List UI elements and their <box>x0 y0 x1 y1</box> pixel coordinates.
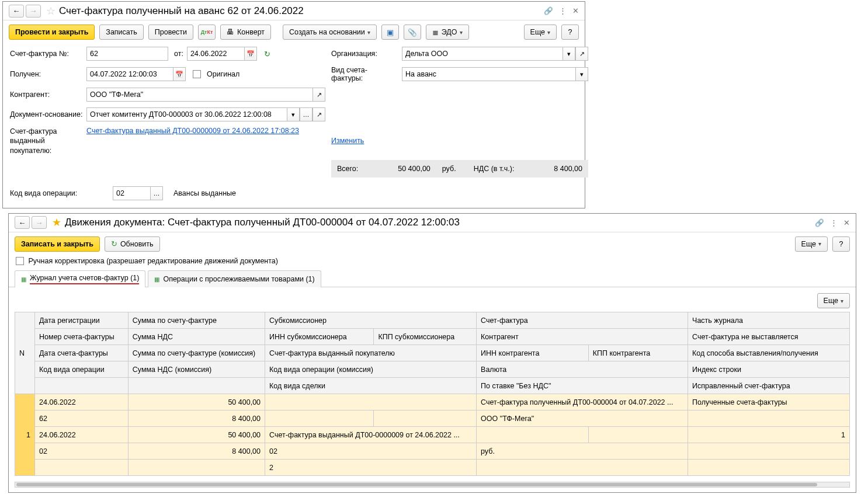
label-vat: НДС (в т.ч.): <box>474 165 515 173</box>
org-input[interactable]: Дельта ООО <box>402 47 563 61</box>
label-total: Всего: <box>337 165 358 173</box>
cell-deal-code[interactable]: 2 <box>265 460 477 476</box>
col-reg-date: Дата регистрации <box>35 312 129 329</box>
cell-sum-comm[interactable]: 50 400,00 <box>128 427 265 443</box>
col-op-code-comm: Код вида операции (комиссия) <box>265 361 477 378</box>
doc-basis-open-icon[interactable]: ↗ <box>313 107 325 121</box>
cell-op-code-comm[interactable]: 02 <box>265 443 477 460</box>
nav-back-button-2[interactable]: ← <box>15 216 30 229</box>
cell-sf-out-buyer[interactable]: Счет-фактура выданный ДТ00-0000009 от 24… <box>265 427 477 443</box>
help-button[interactable]: ? <box>561 25 579 40</box>
col-contragent: Контрагент <box>477 329 688 345</box>
toolbar-2: Записать и закрыть ↻Обновить Еще ? <box>9 232 856 256</box>
convert-button[interactable]: 🖶Конверт <box>220 25 271 40</box>
col-inn-contr: ИНН контрагента <box>477 345 589 361</box>
sf-type-dropdown[interactable]: ▾ <box>575 67 588 81</box>
col-sum-comm: Сумма по счету-фактуре (комиссия) <box>128 345 265 361</box>
cell-idx[interactable]: 1 <box>688 427 850 443</box>
sf-date-input[interactable]: 24.06.2022 <box>187 47 244 61</box>
col-sum: Сумма по счету-фактуре <box>128 312 265 329</box>
received-calendar-icon[interactable]: 📅 <box>173 67 186 81</box>
tab-traceable[interactable]: ▦ Операции с прослеживаемыми товарами (1… <box>148 270 321 287</box>
create-based-on-button[interactable]: Создать на основании <box>283 25 377 40</box>
original-checkbox[interactable] <box>193 70 201 78</box>
col-kpp-sub: КПП субкомиссионера <box>374 329 477 345</box>
dtkt-button[interactable]: ДтКт <box>198 25 216 40</box>
cell-sf-date[interactable]: 24.06.2022 <box>35 427 129 443</box>
doc-basis-input[interactable]: Отчет комитенту ДТ00-000003 от 30.06.202… <box>86 107 287 121</box>
col-no-vat-rate: По ставке "Без НДС" <box>477 378 688 394</box>
label-currency: руб. <box>442 165 456 173</box>
cell-vat-comm[interactable]: 8 400,00 <box>128 443 265 460</box>
manual-checkbox[interactable] <box>16 257 24 265</box>
cell-sum[interactable]: 50 400,00 <box>128 394 265 410</box>
calendar-icon[interactable]: 📅 <box>244 47 257 61</box>
nav-forward-button[interactable]: → <box>26 5 41 18</box>
more-button[interactable]: Еще <box>524 25 557 40</box>
cell-contragent[interactable]: ООО "ТФ-Мега" <box>477 410 688 427</box>
cell-sum-vat[interactable]: 8 400,00 <box>128 410 265 427</box>
tabs: ▦ Журнал учета счетов-фактур (1) ▦ Опера… <box>9 270 856 287</box>
col-op-code: Код вида операции <box>35 361 129 378</box>
received-input[interactable]: 04.07.2022 12:00:03 <box>86 67 173 81</box>
close-icon-2[interactable]: ✕ <box>843 218 850 227</box>
op-code-input[interactable]: 02 <box>113 186 150 200</box>
journal-table[interactable]: N Дата регистрации Сумма по счету-фактур… <box>15 312 850 476</box>
favorite-star-icon[interactable]: ☆ <box>46 5 55 18</box>
movements-window: ← → ★ Движения документа: Счет-фактура п… <box>8 213 856 493</box>
cell-sf-num[interactable]: 62 <box>35 410 129 427</box>
sf-number-input[interactable]: 62 <box>86 47 168 61</box>
col-sf-num: Номер счета-фактуры <box>35 329 129 345</box>
cell-currency[interactable]: руб. <box>477 443 688 460</box>
nav-back-button[interactable]: ← <box>9 5 24 18</box>
col-corrected-sf: Исправленный счет-фактура <box>688 378 850 394</box>
col-n: N <box>15 312 35 394</box>
table-area: Еще N Дата регистрации Сумма по счету-фа… <box>9 287 856 482</box>
write-and-close-button[interactable]: Записать и закрыть <box>15 236 100 252</box>
horizontal-scrollbar[interactable] <box>15 482 850 488</box>
org-dropdown[interactable]: ▾ <box>563 47 575 61</box>
link-icon[interactable]: 🔗 <box>544 6 553 15</box>
value-total: 50 400,00 <box>398 165 430 173</box>
sf-out-link[interactable]: Счет-фактура выданный ДТ00-0000009 от 24… <box>86 127 299 135</box>
label-sf-type: Вид счета-фактуры: <box>331 66 398 82</box>
cell-n[interactable]: 1 <box>15 394 35 476</box>
doc-basis-dropdown[interactable]: ▾ <box>287 107 300 121</box>
attachment-button[interactable]: 📎 <box>404 25 421 40</box>
org-open-icon[interactable]: ↗ <box>575 47 588 61</box>
table-more-button[interactable]: Еще <box>817 293 850 308</box>
write-button[interactable]: Записать <box>99 25 143 40</box>
label-manual: Ручная корректировка (разрешает редактир… <box>28 257 277 265</box>
post-button[interactable]: Провести <box>148 25 193 40</box>
structure-button[interactable]: ▣ <box>381 25 399 40</box>
sf-type-input[interactable]: На аванс <box>402 67 575 81</box>
col-deal-code: Код вида сделки <box>265 378 477 394</box>
window-title-2: Движения документа: Счет-фактура получен… <box>65 217 460 228</box>
op-code-dots[interactable]: … <box>150 186 163 200</box>
cell-sf[interactable]: Счет-фактура полученный ДТ00-000004 от 0… <box>477 394 688 410</box>
printer-icon: 🖶 <box>227 28 234 36</box>
nav-forward-button-2[interactable]: → <box>32 216 47 229</box>
totals-panel: Всего: 50 400,00 руб. НДС (в т.ч.): 8 40… <box>331 160 588 178</box>
help-button-2[interactable]: ? <box>832 236 850 252</box>
kebab-menu-icon-2[interactable]: ⋮ <box>830 218 838 227</box>
favorite-star-icon-2[interactable]: ★ <box>52 216 61 229</box>
value-vat: 8 400,00 <box>554 165 582 173</box>
refresh-icon[interactable]: ↻ <box>264 50 270 58</box>
cell-part[interactable]: Полученные счета-фактуры <box>688 394 850 410</box>
refresh-button[interactable]: ↻Обновить <box>105 236 160 252</box>
change-link[interactable]: Изменить <box>331 137 364 145</box>
cell-reg-date[interactable]: 24.06.2022 <box>35 394 129 410</box>
link-icon-2[interactable]: 🔗 <box>815 218 824 227</box>
col-sf-date: Дата счета-фактуры <box>35 345 129 361</box>
post-and-close-button[interactable]: Провести и закрыть <box>9 25 95 40</box>
cell-op-code[interactable]: 02 <box>35 443 129 460</box>
edo-button[interactable]: ≣ЭДО <box>426 25 469 40</box>
counterparty-open-icon[interactable]: ↗ <box>313 88 325 102</box>
kebab-menu-icon[interactable]: ⋮ <box>559 6 567 15</box>
tab-journal[interactable]: ▦ Журнал учета счетов-фактур (1) <box>15 270 145 287</box>
more-button-2[interactable]: Еще <box>795 236 828 252</box>
counterparty-input[interactable]: ООО "ТФ-Мега" <box>86 88 313 102</box>
close-icon[interactable]: ✕ <box>572 6 579 15</box>
doc-basis-dots[interactable]: … <box>300 107 313 121</box>
